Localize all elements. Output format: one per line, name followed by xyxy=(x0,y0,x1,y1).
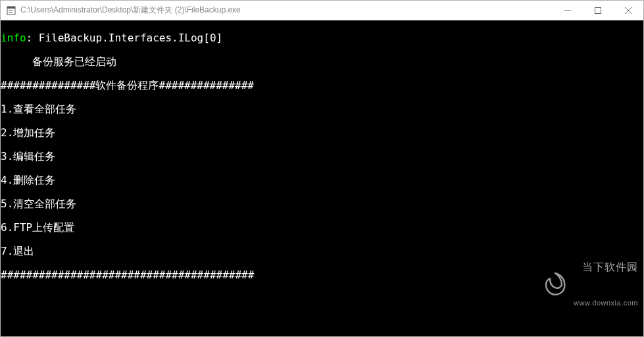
info-label: info xyxy=(1,32,26,44)
maximize-button[interactable] xyxy=(583,1,613,20)
console-area[interactable]: info: FileBackup.Interfaces.ILog[0] 备份服务… xyxy=(1,20,643,336)
app-icon xyxy=(6,5,16,16)
close-button[interactable] xyxy=(613,1,643,20)
menu-item-1: 1.查看全部任务 xyxy=(1,103,643,115)
svg-rect-5 xyxy=(595,7,601,13)
menu-item-5: 5.清空全部任务 xyxy=(1,198,643,210)
menu-item-2: 2.增加任务 xyxy=(1,127,643,139)
menu-item-3: 3.编辑任务 xyxy=(1,151,643,163)
watermark-text: 当下软件园 www.downxia.com xyxy=(574,238,638,332)
title-bar[interactable]: C:\Users\Administrator\Desktop\新建文件夹 (2)… xyxy=(1,1,643,20)
window-title: C:\Users\Administrator\Desktop\新建文件夹 (2)… xyxy=(20,5,553,16)
watermark-logo-icon xyxy=(491,259,568,311)
watermark: 当下软件园 www.downxia.com xyxy=(491,238,638,332)
watermark-url: www.downxia.com xyxy=(574,297,638,309)
menu-item-4: 4.删除任务 xyxy=(1,174,643,186)
menu-item-6: 6.FTP上传配置 xyxy=(1,222,643,234)
log-line: info: FileBackup.Interfaces.ILog[0] xyxy=(1,32,643,44)
app-window: C:\Users\Administrator\Desktop\新建文件夹 (2)… xyxy=(0,0,644,337)
svg-rect-1 xyxy=(7,7,15,9)
service-status: 备份服务已经启动 xyxy=(1,56,643,68)
window-controls xyxy=(553,1,643,20)
watermark-title: 当下软件园 xyxy=(574,261,638,273)
minimize-button[interactable] xyxy=(553,1,583,20)
info-text: : FileBackup.Interfaces.ILog[0] xyxy=(26,32,223,44)
divider-top: ###############软件备份程序############### xyxy=(1,80,643,91)
